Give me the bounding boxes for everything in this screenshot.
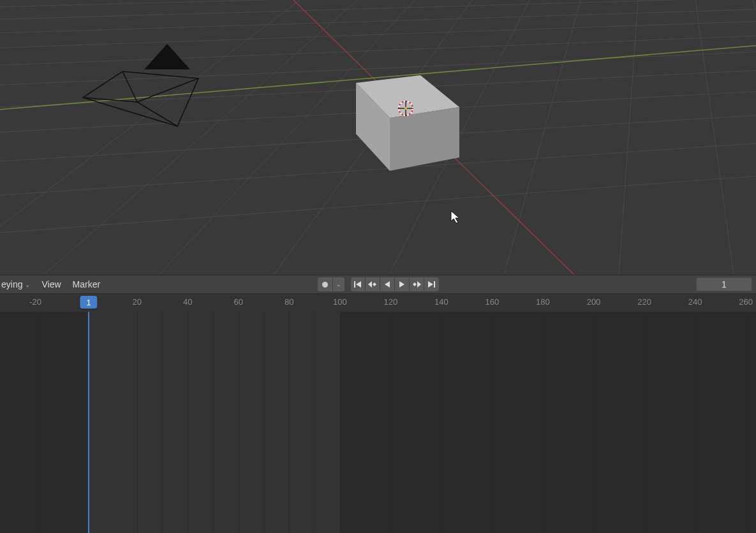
jump-end-button[interactable] [424,277,439,291]
marker-menu[interactable]: Marker [71,279,102,289]
svg-marker-26 [145,45,189,69]
svg-line-8 [753,0,756,274]
ruler-tick: 200 [587,297,601,307]
ruler-tick: 240 [688,297,702,307]
jump-start-icon [353,281,362,288]
play-reverse-icon [383,281,391,288]
gridline-major [695,312,696,533]
gridline-minor [61,312,61,533]
playback-controls [351,277,439,291]
gridline-minor [162,312,163,533]
chevron-down-icon: ⌄ [336,281,341,288]
gridline-major [188,312,188,533]
keying-label: eying [1,279,22,289]
ruler-tick: 160 [485,297,500,307]
gridline-minor [416,312,417,533]
ruler-tick: 80 [285,297,293,307]
svg-line-0 [0,0,300,274]
svg-point-34 [404,107,407,110]
svg-marker-39 [373,282,376,286]
timeline-ruler[interactable]: -20204060801001201401601802002202402601 [0,294,756,312]
svg-line-15 [0,31,756,70]
gridline-major [492,312,493,533]
svg-marker-38 [368,281,372,288]
cursor-3d [398,101,413,116]
gridline-major [390,312,391,533]
gridline-major [543,312,544,533]
gridline-minor [366,312,366,533]
camera-object[interactable] [83,45,198,126]
current-frame-field[interactable]: 1 [696,277,752,291]
play-icon [398,281,406,288]
autokey-record-button[interactable] [318,277,333,291]
gridline-minor [619,312,619,533]
svg-marker-43 [417,281,421,288]
svg-rect-36 [354,281,355,288]
timeline-tracks[interactable] [0,312,756,533]
svg-line-5 [504,0,581,274]
gridline-minor [213,312,214,533]
svg-line-18 [0,0,756,23]
gridline-major [441,312,442,533]
gridline-major [644,312,645,533]
keyframe-next-button[interactable] [410,277,424,291]
ruler-tick: 220 [637,297,651,307]
current-frame-value: 1 [722,279,727,289]
ruler-tick: 180 [536,297,550,307]
keyframe-prev-button[interactable] [366,277,380,291]
view-label: View [41,279,61,289]
ruler-tick: 40 [183,297,192,307]
svg-line-7 [695,0,734,274]
gridline-major [746,312,746,533]
gridline-major [289,312,290,533]
playhead-frame-badge[interactable]: 1 [80,296,98,309]
gridline-minor [568,312,569,533]
keyframe-next-icon [411,281,422,288]
gridline-minor [720,312,721,533]
svg-line-25 [137,102,177,126]
jump-start-button[interactable] [351,277,366,291]
gridline-major [340,312,341,533]
cube-object[interactable] [356,75,459,171]
view-menu[interactable]: View [40,279,62,289]
autokey-group: ⌄ [318,277,345,291]
viewport-scene [0,0,756,275]
autokey-dropdown[interactable]: ⌄ [333,277,345,291]
ruler-tick: 120 [384,297,398,307]
gridline-major [594,312,595,533]
svg-line-16 [0,17,756,52]
svg-line-23 [122,71,137,102]
svg-marker-44 [428,281,433,288]
svg-line-9 [0,166,756,242]
viewport-3d[interactable] [0,0,756,275]
ruler-tick: 60 [234,297,243,307]
gridline-minor [517,312,518,533]
play-reverse-button[interactable] [380,277,395,291]
svg-marker-42 [413,282,417,286]
gridline-minor [315,312,315,533]
play-button[interactable] [395,277,410,291]
marker-label: Marker [73,279,101,289]
ruler-tick: 260 [739,297,753,307]
gridline-minor [670,312,671,533]
svg-marker-40 [385,281,390,288]
record-icon [322,282,328,288]
keyframe-prev-icon [367,281,378,288]
svg-marker-41 [399,281,404,288]
playhead[interactable] [88,312,89,533]
svg-line-1 [45,0,357,274]
gridline-major [137,312,138,533]
svg-marker-37 [356,281,361,288]
svg-line-17 [0,5,756,37]
gridline-minor [467,312,468,533]
gridline-major [239,312,239,533]
svg-marker-29 [390,107,459,171]
keying-menu[interactable]: eying ⌄ [0,279,31,289]
ruler-tick: 100 [333,297,347,307]
chevron-down-icon: ⌄ [25,281,30,288]
ruler-tick: -20 [29,297,41,307]
ruler-tick: 140 [434,297,448,307]
timeline-toolbar: eying ⌄ View Marker ⌄ [0,275,756,294]
gridline-minor [264,312,265,533]
jump-end-icon [427,281,436,288]
